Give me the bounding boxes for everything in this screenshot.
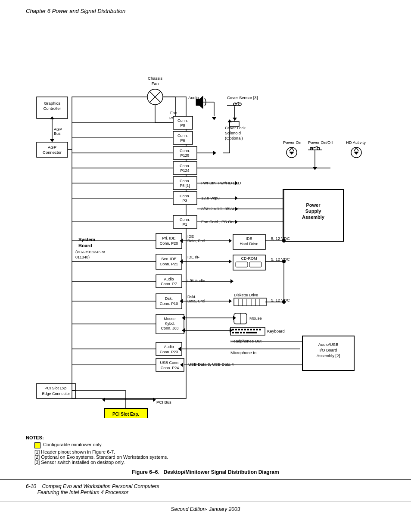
svg-rect-175 [259, 329, 261, 330]
svg-text:Power: Power [306, 202, 321, 208]
note1: [1] Header pinout shown in Figure 6-7. [34, 449, 385, 454]
svg-marker-134 [230, 279, 234, 283]
svg-text:Chassis: Chassis [148, 76, 162, 81]
svg-text:Solenoid: Solenoid [225, 131, 241, 135]
svg-text:P124: P124 [180, 168, 189, 173]
svg-text:Conn. P24: Conn. P24 [161, 366, 179, 370]
svg-text:L/R Audio: L/R Audio [187, 278, 205, 283]
svg-marker-120 [229, 259, 232, 264]
svg-rect-174 [256, 329, 258, 330]
svg-text:Hard Drive: Hard Drive [240, 242, 258, 246]
svg-text:Fan: Fan [152, 81, 159, 86]
svg-point-32 [239, 103, 241, 106]
svg-text:Supply: Supply [305, 208, 322, 214]
svg-marker-71 [313, 167, 317, 170]
svg-text:011348): 011348) [75, 255, 90, 259]
svg-text:I/O Board: I/O Board [320, 348, 337, 352]
svg-rect-165 [230, 327, 265, 335]
svg-text:Conn.: Conn. [180, 218, 190, 222]
svg-text:P6: P6 [180, 138, 185, 143]
svg-rect-179 [243, 332, 245, 333]
chapter-title: Chapter 6 Power and Signal Distribution [26, 8, 125, 14]
svg-text:Conn. P23: Conn. P23 [160, 350, 178, 354]
svg-rect-172 [250, 329, 252, 330]
svg-marker-235 [227, 119, 232, 122]
yellow-note-text: Configurable minitower only. [43, 442, 103, 447]
svg-text:Power On: Power On [283, 140, 301, 145]
svg-text:Bus: Bus [54, 131, 61, 136]
svg-text:Conn.: Conn. [177, 134, 188, 138]
yellow-swatch [34, 442, 40, 448]
svg-text:Conn. P7: Conn. P7 [161, 282, 177, 286]
svg-text:Fan: Fan [170, 110, 177, 115]
svg-text:P1: P1 [182, 222, 187, 227]
svg-text:Power On/Off: Power On/Off [308, 140, 333, 145]
svg-marker-238 [212, 117, 216, 120]
svg-rect-170 [244, 329, 246, 330]
figure-title: Desktop/Minitower Signal Distribution Di… [164, 469, 279, 475]
page-footer-bottom: Second Edition- January 2003 [0, 501, 411, 516]
figure-label: Figure 6–6 [132, 469, 158, 475]
svg-text:Mouse: Mouse [164, 317, 175, 321]
svg-text:IDE: IDE [187, 234, 194, 239]
svg-rect-176 [232, 332, 234, 333]
svg-text:Dsk.: Dsk. [165, 296, 173, 301]
svg-text:Conn. P20: Conn. P20 [160, 241, 178, 246]
svg-marker-50 [213, 151, 216, 155]
svg-text:Pri. IDE: Pri. IDE [162, 236, 175, 240]
svg-rect-177 [235, 332, 239, 333]
svg-rect-125 [249, 262, 262, 267]
svg-rect-171 [247, 329, 249, 330]
svg-rect-173 [253, 329, 255, 330]
svg-text:Conn.: Conn. [180, 164, 190, 168]
svg-rect-180 [246, 332, 257, 333]
svg-text:5, 12 VDC: 5, 12 VDC [271, 257, 290, 261]
svg-text:Edge Connector: Edge Connector [42, 392, 70, 396]
book-subtitle: Featuring the Intel Pentium 4 Processor [37, 489, 128, 495]
svg-text:Board: Board [78, 243, 92, 248]
svg-text:(Optional): (Optional) [225, 136, 243, 140]
svg-rect-169 [241, 329, 243, 330]
svg-text:Mouse: Mouse [249, 316, 262, 320]
svg-text:Conn. P10: Conn. P10 [160, 302, 178, 306]
notes-header: NOTES: [26, 435, 385, 440]
svg-rect-124 [236, 262, 248, 267]
svg-text:USB Data 3, USB Data 4: USB Data 3, USB Data 4 [188, 362, 234, 367]
svg-marker-106 [229, 239, 232, 243]
svg-text:Assembly: Assembly [302, 215, 325, 220]
svg-marker-10 [50, 139, 54, 142]
svg-text:Diskette Drive: Diskette Drive [234, 293, 258, 297]
edition-text: Second Edition- January 2003 [171, 506, 240, 512]
figure-caption: Figure 6–6. Desktop/Minitower Signal Dis… [26, 469, 385, 475]
svg-text:Conn.: Conn. [180, 149, 190, 153]
diagram-area: System Board (PCA #011345 or 011348) Gra… [29, 30, 382, 418]
svg-text:Audio/USB: Audio/USB [318, 342, 338, 347]
diagram-svg: System Board (PCA #011345 or 011348) Gra… [29, 30, 382, 418]
svg-text:Cover Sensor [3]: Cover Sensor [3] [227, 95, 258, 100]
svg-text:Keyboard: Keyboard [267, 329, 285, 333]
svg-text:(PCA #011345 or: (PCA #011345 or [75, 250, 105, 254]
svg-text:AGP: AGP [48, 145, 56, 149]
svg-text:CD-ROM: CD-ROM [241, 256, 257, 261]
svg-text:USB Conn.: USB Conn. [160, 361, 179, 365]
svg-text:P5 [1]: P5 [1] [180, 184, 190, 188]
svg-rect-144 [234, 298, 266, 306]
book-title: Compaq Evo and Workstation Personal Comp… [42, 483, 159, 489]
note2: [2] Optional on Evo systems. Standard on… [34, 454, 385, 460]
svg-text:Microphone In: Microphone In [230, 350, 256, 355]
svg-text:HD Activity: HD Activity [346, 140, 366, 145]
svg-text:Audio: Audio [164, 345, 174, 349]
svg-text:P125: P125 [180, 153, 189, 158]
svg-rect-167 [235, 329, 237, 330]
svg-text:PCI Slot Exp.: PCI Slot Exp. [44, 386, 68, 390]
svg-text:P8: P8 [180, 123, 185, 128]
svg-text:IDE I/F: IDE I/F [187, 255, 200, 259]
svg-text:Kybd.: Kybd. [165, 321, 174, 326]
svg-text:Assembly [2]: Assembly [2] [317, 353, 340, 358]
svg-text:PCI Slot Exp.: PCI Slot Exp. [112, 412, 139, 417]
notes-section: NOTES: Configurable minitower only. [1] … [26, 435, 385, 465]
note3: [3] Sensor switch installed on desktop o… [34, 460, 385, 465]
svg-point-63 [317, 147, 320, 150]
page-header: Chapter 6 Power and Signal Distribution [0, 0, 411, 17]
svg-text:AGP: AGP [54, 127, 62, 131]
